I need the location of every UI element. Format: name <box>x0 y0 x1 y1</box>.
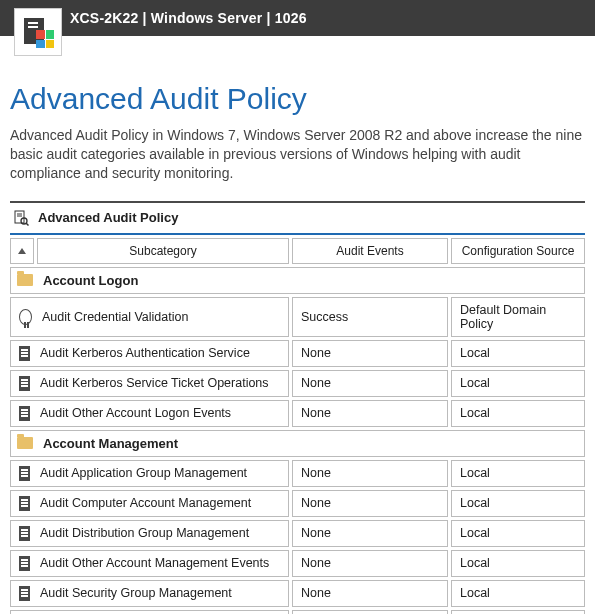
cell-config-source: Local <box>451 580 585 607</box>
policy-item-icon <box>19 406 30 421</box>
cell-config-source: Local <box>451 490 585 517</box>
cell-audit-events: None <box>292 610 448 614</box>
cell-config-source: Local <box>451 520 585 547</box>
subcategory-label: Audit Computer Account Management <box>40 496 251 510</box>
table-row[interactable]: Audit Computer Account ManagementNoneLoc… <box>10 490 585 517</box>
table-row[interactable]: Audit Kerberos Authentication ServiceNon… <box>10 340 585 367</box>
folder-icon <box>17 437 33 449</box>
policy-item-icon <box>19 346 30 361</box>
column-header-audit-events[interactable]: Audit Events <box>292 238 448 264</box>
cell-config-source: Local <box>451 400 585 427</box>
cell-subcategory: Audit Other Account Management Events <box>10 550 289 577</box>
cell-subcategory: Audit Computer Account Management <box>10 490 289 517</box>
group-label: Account Management <box>43 436 178 451</box>
cell-audit-events: None <box>292 340 448 367</box>
cell-subcategory: Audit User Account Management <box>10 610 289 614</box>
svg-line-4 <box>26 223 29 226</box>
cell-audit-events: None <box>292 490 448 517</box>
windows-icon <box>36 30 54 48</box>
cell-audit-events: None <box>292 550 448 577</box>
cell-subcategory: Audit Credential Validation <box>10 297 289 337</box>
column-header-config-source[interactable]: Configuration Source <box>451 238 585 264</box>
sort-ascending-icon <box>18 248 26 254</box>
cell-audit-events: None <box>292 370 448 397</box>
column-header-subcategory[interactable]: Subcategory <box>37 238 289 264</box>
window-title: XCS-2K22 | Windows Server | 1026 <box>70 10 307 26</box>
cell-audit-events: None <box>292 460 448 487</box>
cell-config-source: Local <box>451 460 585 487</box>
table-body: Account LogonAudit Credential Validation… <box>10 267 585 614</box>
cell-audit-events: Success <box>292 297 448 337</box>
subcategory-label: Audit Application Group Management <box>40 466 247 480</box>
policy-item-icon <box>19 586 30 601</box>
policy-item-icon <box>19 376 30 391</box>
subcategory-label: Audit Security Group Management <box>40 586 232 600</box>
cell-audit-events: None <box>292 580 448 607</box>
table-header: Subcategory Audit Events Configuration S… <box>10 238 585 264</box>
policy-item-icon <box>19 466 30 481</box>
table-row[interactable]: Audit Other Account Management EventsNon… <box>10 550 585 577</box>
cell-audit-events: None <box>292 520 448 547</box>
table-row[interactable]: Audit Credential ValidationSuccessDefaul… <box>10 297 585 337</box>
ribbon-icon <box>19 309 32 325</box>
page-content: Advanced Audit Policy Advanced Audit Pol… <box>0 54 595 614</box>
cell-subcategory: Audit Kerberos Authentication Service <box>10 340 289 367</box>
table-row[interactable]: Audit Distribution Group ManagementNoneL… <box>10 520 585 547</box>
cell-subcategory: Audit Application Group Management <box>10 460 289 487</box>
group-row[interactable]: Account Management <box>10 430 585 457</box>
cell-config-source: Local <box>451 610 585 614</box>
group-row[interactable]: Account Logon <box>10 267 585 294</box>
policy-item-icon <box>19 526 30 541</box>
cell-config-source: Default Domain Policy <box>451 297 585 337</box>
cell-audit-events: None <box>292 400 448 427</box>
audit-magnifier-icon <box>12 209 30 227</box>
group-label: Account Logon <box>43 273 138 288</box>
table-row[interactable]: Audit Other Account Logon EventsNoneLoca… <box>10 400 585 427</box>
subcategory-label: Audit Credential Validation <box>42 310 188 324</box>
cell-config-source: Local <box>451 550 585 577</box>
cell-config-source: Local <box>451 340 585 367</box>
cell-subcategory: Audit Kerberos Service Ticket Operations <box>10 370 289 397</box>
subcategory-label: Audit Kerberos Service Ticket Operations <box>40 376 269 390</box>
folder-icon <box>17 274 33 286</box>
page-description: Advanced Audit Policy in Windows 7, Wind… <box>10 126 585 183</box>
page-title: Advanced Audit Policy <box>10 82 585 116</box>
svg-rect-0 <box>15 211 24 223</box>
policy-item-icon <box>19 496 30 511</box>
subcategory-label: Audit Other Account Management Events <box>40 556 269 570</box>
table-row[interactable]: Audit Security Group ManagementNoneLocal <box>10 580 585 607</box>
section-header: Advanced Audit Policy <box>10 201 585 235</box>
section-title: Advanced Audit Policy <box>38 210 178 225</box>
cell-subcategory: Audit Other Account Logon Events <box>10 400 289 427</box>
table-row[interactable]: Audit User Account ManagementNoneLocal <box>10 610 585 614</box>
table-row[interactable]: Audit Kerberos Service Ticket Operations… <box>10 370 585 397</box>
sort-indicator-column[interactable] <box>10 238 34 264</box>
subcategory-label: Audit Distribution Group Management <box>40 526 249 540</box>
subcategory-label: Audit Other Account Logon Events <box>40 406 231 420</box>
cell-config-source: Local <box>451 370 585 397</box>
table-row[interactable]: Audit Application Group ManagementNoneLo… <box>10 460 585 487</box>
subcategory-label: Audit Kerberos Authentication Service <box>40 346 250 360</box>
top-bar: XCS-2K22 | Windows Server | 1026 <box>0 0 595 36</box>
cell-subcategory: Audit Distribution Group Management <box>10 520 289 547</box>
cell-subcategory: Audit Security Group Management <box>10 580 289 607</box>
policy-item-icon <box>19 556 30 571</box>
app-logo <box>14 8 62 56</box>
main-viewport[interactable]: XCS-2K22 | Windows Server | 1026 Advance… <box>0 0 595 614</box>
